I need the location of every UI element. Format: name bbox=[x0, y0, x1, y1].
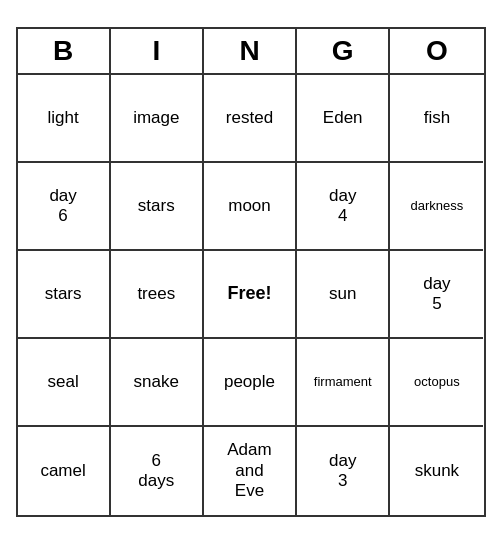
bingo-cell: day3 bbox=[297, 427, 390, 515]
header-letter: G bbox=[297, 29, 390, 73]
bingo-cell: image bbox=[111, 75, 204, 163]
bingo-cell: seal bbox=[18, 339, 111, 427]
bingo-cell: firmament bbox=[297, 339, 390, 427]
bingo-cell: day4 bbox=[297, 163, 390, 251]
header-letter: N bbox=[204, 29, 297, 73]
bingo-cell: stars bbox=[18, 251, 111, 339]
bingo-cell: snake bbox=[111, 339, 204, 427]
bingo-cell: camel bbox=[18, 427, 111, 515]
bingo-cell: skunk bbox=[390, 427, 483, 515]
bingo-cell: sun bbox=[297, 251, 390, 339]
bingo-cell: 6days bbox=[111, 427, 204, 515]
bingo-grid: lightimagerestedEdenfishday6starsmoonday… bbox=[18, 75, 484, 515]
bingo-cell: Free! bbox=[204, 251, 297, 339]
bingo-cell: people bbox=[204, 339, 297, 427]
bingo-cell: rested bbox=[204, 75, 297, 163]
bingo-cell: day5 bbox=[390, 251, 483, 339]
bingo-cell: Eden bbox=[297, 75, 390, 163]
bingo-cell: darkness bbox=[390, 163, 483, 251]
bingo-cell: stars bbox=[111, 163, 204, 251]
bingo-cell: moon bbox=[204, 163, 297, 251]
bingo-card: BINGO lightimagerestedEdenfishday6starsm… bbox=[16, 27, 486, 517]
header-letter: I bbox=[111, 29, 204, 73]
bingo-cell: AdamandEve bbox=[204, 427, 297, 515]
bingo-cell: light bbox=[18, 75, 111, 163]
bingo-cell: trees bbox=[111, 251, 204, 339]
header-letter: B bbox=[18, 29, 111, 73]
bingo-cell: fish bbox=[390, 75, 483, 163]
bingo-cell: day6 bbox=[18, 163, 111, 251]
header-letter: O bbox=[390, 29, 483, 73]
bingo-cell: octopus bbox=[390, 339, 483, 427]
bingo-header: BINGO bbox=[18, 29, 484, 75]
